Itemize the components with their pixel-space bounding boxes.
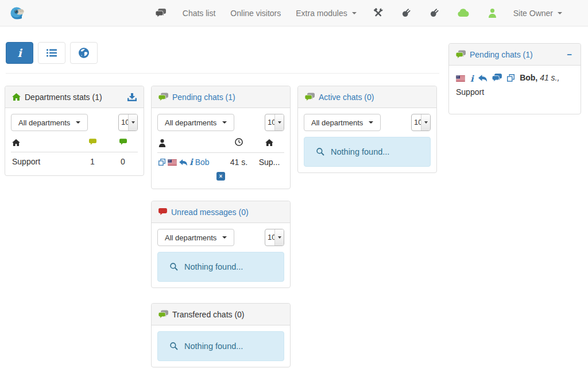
- person-icon: [488, 9, 497, 18]
- page-size-select[interactable]: 10: [411, 114, 431, 131]
- nav-item-site-owner[interactable]: Site Owner: [506, 0, 570, 26]
- departments-stats-title: Departments stats (1): [25, 93, 102, 102]
- visitor-name: Bob,: [520, 73, 537, 82]
- unread-messages-title[interactable]: Unread messages (0): [171, 208, 249, 217]
- nav-item-operator-status[interactable]: [479, 0, 506, 26]
- select-arrow-icon: [131, 121, 135, 124]
- department-pending-count: 1: [76, 157, 109, 166]
- search-icon: [170, 263, 178, 271]
- visitor-info-icon[interactable]: i: [470, 75, 474, 83]
- tools-icon: [373, 8, 383, 18]
- chevron-down-icon: [222, 121, 227, 124]
- ban-visitor-icon[interactable]: ×: [216, 172, 225, 181]
- page-size-select[interactable]: 10: [265, 114, 284, 131]
- departments-filter-dropdown[interactable]: All departments: [157, 114, 234, 131]
- nothing-found-alert: Nothing found...: [157, 331, 284, 361]
- departments-stats-card: Departments stats (1) All departments: [5, 86, 144, 176]
- panel-visitor-entry: i Bob, 41 s., Support: [449, 66, 581, 114]
- pending-chats-title[interactable]: Pending chats (1): [172, 93, 235, 102]
- active-chats-title[interactable]: Active chats (0): [319, 93, 374, 102]
- nothing-found-text: Nothing found...: [331, 147, 389, 156]
- departments-filter-dropdown[interactable]: All departments: [11, 114, 88, 131]
- open-window-icon[interactable]: [158, 159, 165, 166]
- pending-chats-panel: Pending chats (1) − i: [448, 43, 581, 114]
- transfered-chats-title: Transfered chats (0): [172, 310, 245, 319]
- chevron-down-icon: [558, 12, 562, 14]
- departments-stats-header: Departments stats (1): [5, 86, 144, 108]
- visitor-department: Support: [456, 87, 484, 97]
- unread-messages-card: Unread messages (0) All departments 10: [151, 201, 291, 288]
- nothing-found-text: Nothing found...: [184, 342, 243, 351]
- nav-item-plugin-2[interactable]: [420, 0, 448, 26]
- nav-item-cloud[interactable]: [448, 0, 479, 26]
- pending-chats-card: Pending chats (1) All departments 10: [151, 86, 291, 189]
- cloud-icon: [458, 9, 470, 17]
- transfered-chats-card: Transfered chats (0) Nothing found...: [151, 303, 291, 367]
- page-size-value: 10: [119, 114, 128, 131]
- info-icon: i: [17, 48, 21, 59]
- pending-chat-row: i Bob 41 s. Sup...: [157, 152, 284, 170]
- list-icon: [47, 49, 57, 57]
- reply-icon[interactable]: [179, 159, 187, 166]
- waiting-column-icon: [235, 138, 243, 146]
- navbar-menu: Chats list Online visitors Extra modules: [146, 0, 570, 26]
- departments-filter-dropdown[interactable]: All departments: [304, 114, 381, 131]
- panel-header: Pending chats (1) −: [449, 44, 581, 66]
- chat-red-icon: [158, 208, 167, 216]
- navbar-chats-icon-item[interactable]: [146, 0, 175, 26]
- dashboard-cards: Departments stats (1) All departments: [0, 74, 439, 368]
- open-window-icon[interactable]: [507, 72, 514, 86]
- select-arrow-icon: [278, 236, 281, 239]
- departments-filter-label: All departments: [165, 233, 216, 242]
- info-view-button[interactable]: i: [6, 42, 33, 64]
- nav-item-online-visitors[interactable]: Online visitors: [223, 0, 288, 26]
- reply-icon[interactable]: [478, 72, 487, 86]
- nav-item-plugin-1[interactable]: [392, 0, 420, 26]
- chat-green-icon: [456, 50, 466, 59]
- nav-item-chats-list[interactable]: Chats list: [175, 0, 223, 26]
- visitor-name-link[interactable]: Bob: [195, 158, 210, 167]
- chat-blue-icon[interactable]: [492, 72, 502, 86]
- panel-title[interactable]: Pending chats (1): [470, 50, 533, 59]
- world-view-button[interactable]: [70, 42, 98, 64]
- app-logo[interactable]: [6, 2, 30, 24]
- page-size-value: 10: [412, 114, 421, 131]
- plug-icon: [401, 8, 411, 18]
- us-flag-icon: [456, 72, 465, 86]
- department-stats-row: Support 1 0: [11, 152, 138, 170]
- pending-chats-table: i Bob 41 s. Sup... ×: [157, 137, 284, 183]
- chat-green-icon: [305, 93, 315, 101]
- departments-filter-label: All departments: [165, 118, 216, 127]
- waiting-time: 41 s.: [222, 158, 256, 167]
- chevron-down-icon: [76, 121, 80, 124]
- online-visitors-label: Online visitors: [230, 9, 281, 18]
- globe-icon: [78, 47, 90, 59]
- chats-icon: [156, 9, 166, 17]
- chat-green-icon: [158, 93, 168, 101]
- departments-table: Support 1 0: [11, 137, 138, 170]
- nav-item-settings[interactable]: [364, 0, 392, 26]
- select-arrow-icon: [424, 121, 428, 124]
- chevron-down-icon: [352, 12, 357, 14]
- department-column-icon: [265, 139, 273, 146]
- nav-item-extra-modules[interactable]: Extra modules: [288, 0, 363, 26]
- chevron-down-icon: [369, 121, 373, 124]
- visitor-waiting-time: 41 s.,: [540, 73, 559, 82]
- visitor-column-icon: [158, 139, 166, 147]
- minimize-button[interactable]: −: [565, 49, 574, 59]
- nothing-found-alert: Nothing found...: [157, 252, 284, 282]
- export-download-icon[interactable]: [127, 93, 137, 101]
- page-size-select[interactable]: 10: [118, 114, 138, 131]
- departments-filter-label: All departments: [311, 118, 363, 127]
- list-view-button[interactable]: [38, 42, 65, 64]
- chats-list-label: Chats list: [183, 9, 216, 18]
- home-green-icon: [12, 93, 21, 101]
- departments-filter-dropdown[interactable]: All departments: [157, 229, 234, 246]
- visitor-info-icon[interactable]: i: [189, 158, 193, 167]
- us-flag-icon: [168, 159, 177, 166]
- department-name: Sup...: [256, 158, 283, 167]
- department-active-count: 0: [109, 157, 137, 166]
- select-arrow-icon: [278, 121, 281, 124]
- page-size-select[interactable]: 10: [265, 229, 284, 246]
- search-icon: [170, 342, 178, 350]
